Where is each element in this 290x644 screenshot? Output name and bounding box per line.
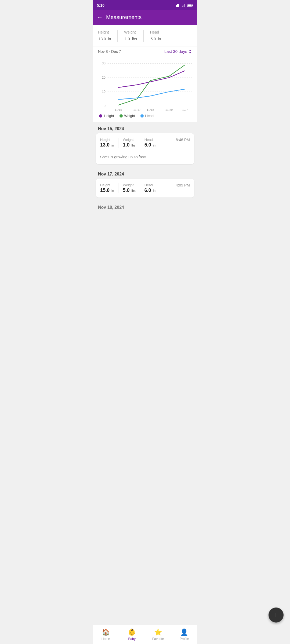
summary-height-value: 13.0 in	[98, 35, 111, 42]
summary-weight-value: 1.0 lbs	[124, 35, 137, 42]
card-weight-nov17: Weight 5.0 lbs	[123, 183, 135, 193]
summary-weight: Weight 1.0 lbs	[124, 30, 137, 42]
card-divider-v1	[118, 138, 118, 148]
stat-divider-2	[143, 30, 144, 42]
svg-rect-4	[183, 5, 184, 7]
legend-weight-dot	[119, 114, 123, 118]
summary-height: Height 13.0 in	[98, 30, 111, 42]
svg-text:30: 30	[102, 61, 106, 65]
svg-text:11/29: 11/29	[165, 108, 173, 111]
card-time-nov15: 8:46 PM	[176, 138, 190, 142]
card-stats-row-nov17: Height 15.0 in Weight 5.0 lbs Head 6.0 i…	[100, 183, 190, 193]
summary-head: Head 5.0 in	[150, 30, 161, 42]
chart-container: 30 20 10 0 11/15 11/17 11/18 11/29 12/7	[93, 56, 197, 122]
section-date-nov18: Nov 18, 2024	[93, 201, 197, 211]
card-weight-nov15: Weight 1.0 lbs	[123, 138, 135, 148]
date-range-row: Nov 8 - Dec 7 Last 30 days	[93, 46, 197, 56]
section-date-nov15: Nov 15, 2024	[93, 122, 197, 133]
svg-rect-8	[193, 5, 193, 6]
legend-weight-label: Weight	[124, 114, 135, 118]
wifi-icon	[176, 4, 180, 7]
measurements-chart: 30 20 10 0 11/15 11/17 11/18 11/29 12/7	[97, 58, 193, 112]
svg-text:10: 10	[102, 90, 106, 94]
svg-rect-0	[176, 5, 177, 7]
date-range-text: Nov 8 - Dec 7	[98, 49, 121, 54]
card-divider-h-nov15	[100, 151, 190, 151]
status-icons	[176, 4, 193, 7]
card-stats-left-nov15: Height 13.0 in Weight 1.0 lbs Head 5.0 i…	[100, 138, 155, 148]
svg-text:11/15: 11/15	[115, 108, 122, 111]
svg-rect-3	[182, 6, 183, 7]
chart-legend: Height Weight Head	[97, 112, 193, 118]
section-date-nov17: Nov 17, 2024	[93, 167, 197, 179]
summary-weight-label: Weight	[124, 30, 137, 34]
legend-height-dot	[99, 114, 102, 118]
svg-text:12/7: 12/7	[182, 108, 188, 111]
back-button[interactable]: ←	[97, 14, 103, 21]
card-weight-label-nov15: Weight	[123, 138, 135, 142]
card-stats-row-nov15: Height 13.0 in Weight 1.0 lbs Head 5.0 i…	[100, 138, 190, 148]
legend-weight: Weight	[119, 114, 135, 118]
status-time: 5:10	[97, 3, 104, 8]
card-height-value-nov17: 15.0 in	[100, 188, 114, 193]
summary-head-label: Head	[150, 30, 161, 34]
legend-height: Height	[99, 114, 114, 118]
battery-icon	[187, 4, 193, 7]
signal-icon	[182, 4, 186, 7]
card-divider-v3	[118, 183, 118, 193]
chevron-updown-icon	[188, 50, 192, 53]
card-weight-value-nov15: 1.0 lbs	[123, 142, 135, 148]
svg-rect-1	[177, 4, 178, 7]
stat-divider-1	[117, 30, 118, 42]
card-height-label-nov17: Height	[100, 183, 114, 187]
card-head-value-nov17: 6.0 in	[144, 188, 155, 193]
main-content: Height 13.0 in Weight 1.0 lbs Head 5.0 i…	[93, 25, 197, 232]
legend-head-label: Head	[145, 114, 154, 118]
card-height-label-nov15: Height	[100, 138, 114, 142]
card-height-value-nov15: 13.0 in	[100, 142, 114, 148]
chart-wrap: 30 20 10 0 11/15 11/17 11/18 11/29 12/7	[97, 58, 193, 112]
card-height-nov17: Height 15.0 in	[100, 183, 114, 193]
svg-text:0: 0	[104, 104, 106, 108]
svg-rect-2	[178, 4, 179, 7]
legend-head: Head	[140, 114, 154, 118]
card-time-nov17: 4:09 PM	[176, 183, 190, 187]
svg-rect-5	[184, 4, 184, 7]
card-head-value-nov15: 5.0 in	[144, 142, 155, 148]
measurement-card-nov17: Height 15.0 in Weight 5.0 lbs Head 6.0 i…	[96, 179, 194, 197]
page-title: Measurements	[106, 14, 142, 20]
card-weight-value-nov17: 5.0 lbs	[123, 188, 135, 193]
card-head-label-nov17: Head	[144, 183, 155, 187]
measurement-card-nov15: Height 13.0 in Weight 1.0 lbs Head 5.0 i…	[96, 133, 194, 164]
card-head-label-nov15: Head	[144, 138, 155, 142]
svg-text:11/18: 11/18	[147, 108, 154, 111]
card-note-nov15: She's is growing up so fast!	[100, 155, 190, 160]
summary-head-value: 5.0 in	[150, 35, 161, 42]
svg-rect-6	[185, 4, 186, 7]
card-divider-v4	[140, 183, 140, 193]
card-head-nov17: Head 6.0 in	[144, 183, 155, 193]
page-header: ← Measurements	[93, 10, 197, 25]
summary-stats: Height 13.0 in Weight 1.0 lbs Head 5.0 i…	[93, 25, 197, 46]
status-bar: 5:10	[93, 0, 197, 10]
legend-height-label: Height	[104, 114, 114, 118]
card-stats-left-nov17: Height 15.0 in Weight 5.0 lbs Head 6.0 i…	[100, 183, 155, 193]
card-divider-v2	[140, 138, 140, 148]
card-height-nov15: Height 13.0 in	[100, 138, 114, 148]
legend-head-dot	[140, 114, 144, 118]
card-head-nov15: Head 5.0 in	[144, 138, 155, 148]
card-weight-label-nov17: Weight	[123, 183, 135, 187]
svg-text:20: 20	[102, 76, 106, 79]
svg-text:11/17: 11/17	[133, 108, 140, 111]
date-range-selector[interactable]: Last 30 days	[164, 49, 192, 54]
summary-height-label: Height	[98, 30, 111, 34]
svg-rect-9	[188, 5, 192, 6]
